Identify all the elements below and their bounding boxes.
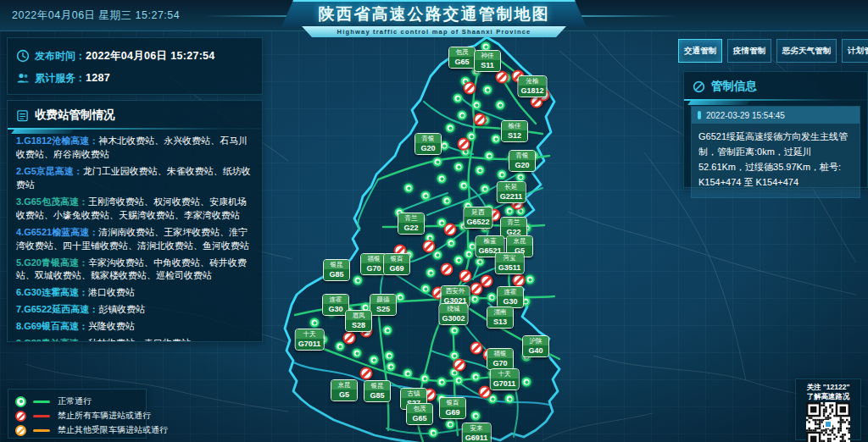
toll-station-marker-normal[interactable] bbox=[471, 373, 481, 382]
highway-shield-G20[interactable]: 青银G20 bbox=[509, 150, 536, 172]
highway-shield-G6522[interactable]: 延西G6522 bbox=[463, 207, 492, 229]
toll-station-marker-normal[interactable] bbox=[492, 135, 501, 144]
toll-station-marker-normal[interactable] bbox=[370, 356, 379, 365]
section-underline bbox=[684, 99, 867, 101]
toll-station-marker-normal[interactable] bbox=[403, 369, 413, 378]
highway-code: G69 bbox=[384, 263, 409, 274]
tab-计划管制[interactable]: 计划管制 bbox=[842, 39, 868, 63]
highway-shield-G85[interactable]: 银昆G85 bbox=[364, 380, 391, 402]
highway-name: 京昆 bbox=[507, 236, 532, 246]
toll-station-marker-normal[interactable] bbox=[421, 285, 431, 294]
toll-station-marker-normal[interactable] bbox=[465, 250, 474, 259]
highway-shield-G2211[interactable]: 长延G2211 bbox=[497, 181, 526, 203]
highway-shield-G69[interactable]: 银百G69 bbox=[439, 397, 466, 419]
toll-station-marker-normal[interactable] bbox=[496, 101, 505, 110]
toll-station-marker-normal[interactable] bbox=[526, 275, 535, 285]
toll-station-marker-normal[interactable] bbox=[481, 185, 490, 194]
highway-shield-G3002[interactable]: 绕城G3002 bbox=[438, 303, 468, 325]
highway-shield-G6911[interactable]: 安来G6911 bbox=[462, 423, 492, 442]
highway-shield-G3511[interactable]: 菏宝G3511 bbox=[495, 252, 525, 274]
toll-station-marker-normal[interactable] bbox=[385, 351, 394, 361]
highway-code: G5 bbox=[331, 390, 357, 401]
legend-label: 禁止其他受限车辆进站或通行 bbox=[58, 424, 168, 436]
toll-station-marker-normal[interactable] bbox=[447, 239, 456, 248]
toll-station-marker-forbidden[interactable] bbox=[456, 267, 474, 285]
toll-station-marker-normal[interactable] bbox=[421, 191, 431, 201]
highway-shield-G5[interactable]: 京昆G5 bbox=[331, 379, 358, 401]
toll-station-marker-normal[interactable] bbox=[522, 378, 531, 387]
toll-station-marker-normal[interactable] bbox=[485, 152, 494, 161]
toll-station-marker-normal[interactable] bbox=[453, 94, 463, 103]
highway-code: G6911 bbox=[463, 433, 491, 442]
highway-shield-G65[interactable]: 包茂G65 bbox=[448, 47, 476, 69]
toll-station-marker-normal[interactable] bbox=[310, 318, 320, 328]
toll-station-marker-normal[interactable] bbox=[498, 170, 507, 180]
toll-station-marker-normal[interactable] bbox=[454, 256, 464, 265]
highway-shield-G20[interactable]: 青银G20 bbox=[415, 133, 442, 155]
highway-shield-G85[interactable]: 银昆G85 bbox=[323, 259, 350, 281]
map-legend: 正常通行禁止所有车辆进站或通行禁止其他受限车辆进站或通行 bbox=[8, 389, 147, 439]
toll-road-name: 5.G20青银高速： bbox=[16, 257, 88, 268]
tab-交通管制[interactable]: 交通管制 bbox=[678, 39, 722, 63]
toll-station-marker-normal[interactable] bbox=[383, 326, 392, 335]
qr-card: 关注 "12122" 了解高速路况 bbox=[795, 378, 861, 440]
toll-station-marker-normal[interactable] bbox=[471, 412, 481, 421]
tab-恶劣天气管制[interactable]: 恶劣天气管制 bbox=[776, 39, 837, 63]
toll-station-marker-normal[interactable] bbox=[442, 196, 452, 206]
control-info-entry[interactable]: 2022-03-29 15:54:45 G6521绥延高速绥德方向发生主线管制，… bbox=[691, 106, 860, 198]
page-title: 陕西省高速公路交通管制地图 bbox=[281, 2, 587, 27]
toll-road-name: 2.G5京昆高速： bbox=[16, 166, 83, 176]
toll-station-marker-normal[interactable] bbox=[516, 173, 526, 182]
toll-station-marker-normal[interactable] bbox=[459, 181, 469, 191]
highway-shield-S25[interactable]: 颜德S25 bbox=[370, 294, 397, 316]
highway-shield-G65[interactable]: 包茂G65 bbox=[406, 403, 433, 425]
toll-station-marker-normal[interactable] bbox=[353, 276, 363, 285]
toll-station-marker-normal[interactable] bbox=[454, 163, 464, 172]
highway-shield-G70[interactable]: 福银G70 bbox=[487, 348, 514, 370]
toll-station-marker-normal[interactable] bbox=[396, 293, 405, 302]
toll-station-marker-normal[interactable] bbox=[483, 86, 492, 95]
highway-shield-G1812[interactable]: 沧榆G1812 bbox=[517, 75, 547, 97]
toll-station-marker-normal[interactable] bbox=[404, 184, 414, 193]
highway-shield-S12[interactable]: 榆佳S12 bbox=[501, 120, 528, 142]
highway-shield-G40[interactable]: 沪陕G40 bbox=[522, 335, 549, 357]
highway-shield-S13[interactable]: 渭南S13 bbox=[487, 307, 514, 329]
toll-station-marker-normal[interactable] bbox=[450, 326, 459, 335]
toll-station-marker-normal[interactable] bbox=[446, 124, 455, 133]
toll-station-marker-normal[interactable] bbox=[429, 428, 438, 438]
highway-code: S25 bbox=[370, 304, 396, 315]
publish-time-label: 发布时间： bbox=[35, 49, 86, 64]
toll-station-marker-normal[interactable] bbox=[433, 157, 442, 167]
highway-shield-G22[interactable]: 青兰G22 bbox=[398, 213, 425, 235]
toll-station-marker-normal[interactable] bbox=[437, 174, 447, 184]
toll-station-marker-forbidden[interactable] bbox=[470, 110, 488, 128]
section-underline bbox=[8, 128, 262, 130]
highway-shield-G69[interactable]: 银百G69 bbox=[383, 253, 410, 275]
toll-station-marker-normal[interactable] bbox=[476, 257, 485, 267]
toll-station-marker-normal[interactable] bbox=[426, 268, 436, 278]
toll-station-marker-normal[interactable] bbox=[476, 166, 485, 175]
service-count-row: 累计服务： 1287 bbox=[16, 67, 253, 89]
toll-station-marker-normal[interactable] bbox=[437, 378, 447, 387]
toll-station-marker-normal[interactable] bbox=[433, 251, 442, 260]
legend-normal-icon bbox=[15, 396, 26, 407]
toll-station-marker-forbidden[interactable] bbox=[437, 260, 455, 278]
toll-station-marker-normal[interactable] bbox=[472, 101, 481, 110]
toll-station-marker-normal[interactable] bbox=[458, 111, 467, 120]
toll-station-marker-normal[interactable] bbox=[446, 420, 455, 429]
highway-shield-S11[interactable]: 神佳S11 bbox=[474, 50, 501, 72]
tab-疫情管制[interactable]: 疫情管制 bbox=[727, 39, 771, 63]
toll-station-marker-normal[interactable] bbox=[387, 362, 396, 372]
toll-station-marker-normal[interactable] bbox=[336, 342, 345, 351]
highway-shield-S28[interactable]: 眉凤S28 bbox=[345, 310, 372, 332]
highway-shield-G7011[interactable]: 十天G7011 bbox=[490, 368, 520, 390]
legend-row: 禁止所有车辆进站或通行 bbox=[15, 409, 139, 423]
toll-road-name: 8.G69银百高速： bbox=[16, 321, 88, 331]
toll-station-marker-normal[interactable] bbox=[505, 395, 515, 404]
toll-station-marker-normal[interactable] bbox=[470, 295, 480, 304]
toll-station-marker-normal[interactable] bbox=[353, 349, 362, 358]
toll-station-marker-normal[interactable] bbox=[420, 374, 430, 384]
toll-station-marker-normal[interactable] bbox=[487, 293, 497, 302]
highway-shield-G7011[interactable]: 十天G7011 bbox=[295, 329, 325, 351]
highway-shield-G30[interactable]: 连霍G30 bbox=[497, 286, 524, 308]
